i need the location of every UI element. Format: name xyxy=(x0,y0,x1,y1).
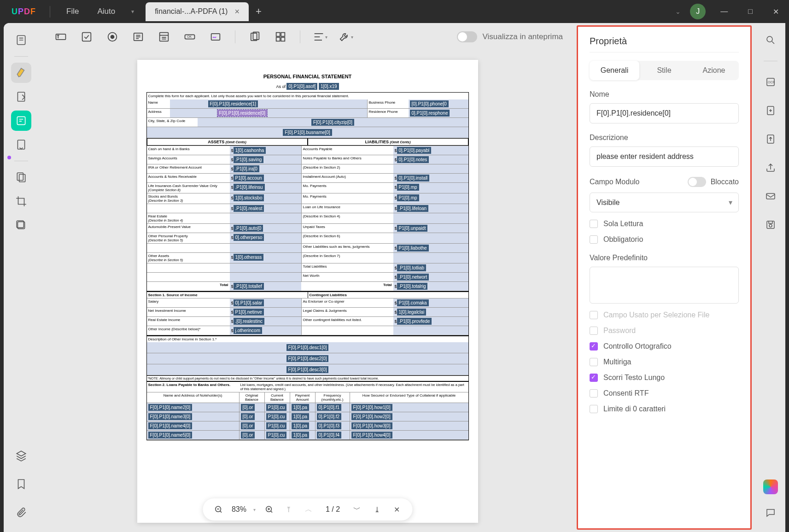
next-page-button[interactable]: ﹀ xyxy=(351,503,363,516)
align-icon[interactable]: ▾ xyxy=(311,28,328,46)
zoom-level[interactable]: 83% xyxy=(232,505,246,514)
avatar[interactable]: J xyxy=(690,4,706,19)
tab-dropdown[interactable]: ▾ xyxy=(124,5,141,18)
close-button[interactable]: ✕ xyxy=(767,7,784,16)
name-label: Nome xyxy=(590,90,739,99)
prev-page-button[interactable]: ︿ xyxy=(302,503,315,516)
tab-action[interactable]: Azione xyxy=(689,61,739,80)
selected-field[interactable]: F[0].P1[0].residence[0] xyxy=(217,110,268,117)
svg-rect-20 xyxy=(281,33,285,36)
document-area[interactable]: PERSONAL FINANCIAL STATEMENT As of 0].P1… xyxy=(38,51,577,532)
zoom-in-button[interactable] xyxy=(263,503,275,516)
rtf-checkbox[interactable] xyxy=(590,389,598,398)
scroll-checkbox[interactable] xyxy=(590,374,598,382)
organize-tool-icon[interactable] xyxy=(11,134,31,155)
svg-text:OK: OK xyxy=(187,35,192,38)
svg-rect-16 xyxy=(211,34,220,40)
menu-file[interactable]: File xyxy=(57,7,88,16)
crop-tool-icon[interactable] xyxy=(11,191,31,211)
locked-toggle[interactable] xyxy=(688,177,706,187)
ai-icon[interactable] xyxy=(763,479,778,494)
zoom-out-button[interactable] xyxy=(212,503,225,516)
spellcheck-checkbox[interactable] xyxy=(590,342,598,351)
titlebar: UPDF File Aiuto ▾ financial-...A-PDFA (1… xyxy=(0,0,789,23)
svg-rect-13 xyxy=(160,33,169,41)
svg-rect-19 xyxy=(276,33,280,36)
readonly-checkbox[interactable] xyxy=(590,220,598,228)
tab-general[interactable]: Generali xyxy=(590,61,639,80)
comment-tool-icon[interactable] xyxy=(11,63,31,83)
svg-rect-30 xyxy=(766,193,775,199)
pdf-page: PERSONAL FINANCIAL STATEMENT As of 0].P1… xyxy=(137,60,478,523)
dropdown-field-icon[interactable] xyxy=(129,28,147,46)
last-page-button[interactable]: ⤓ xyxy=(370,503,383,516)
edit-tool-icon[interactable] xyxy=(11,87,31,107)
left-rail xyxy=(4,23,38,532)
form-tool-icon[interactable] xyxy=(11,111,31,131)
svg-rect-2 xyxy=(17,117,25,124)
tools-icon[interactable]: ▾ xyxy=(337,28,354,46)
svg-rect-22 xyxy=(281,37,285,41)
close-nav-button[interactable]: ✕ xyxy=(390,503,403,516)
checkbox-field-icon[interactable] xyxy=(78,28,95,46)
default-label: Valore Predefinito xyxy=(590,254,739,262)
ocr-icon[interactable]: OCR xyxy=(760,72,781,92)
document-tab[interactable]: financial-...A-PDFA (1) × xyxy=(146,2,249,21)
svg-rect-21 xyxy=(276,37,280,41)
formfield-label: Campo Modulo xyxy=(590,178,640,186)
svg-point-32 xyxy=(769,224,772,227)
bookmark-icon[interactable] xyxy=(11,474,31,494)
reader-tool-icon[interactable] xyxy=(11,30,31,50)
compress-icon[interactable] xyxy=(760,129,781,149)
right-rail: OCR xyxy=(755,23,785,532)
button-field-icon[interactable]: OK xyxy=(181,28,199,46)
minimize-button[interactable]: — xyxy=(715,7,733,16)
required-checkbox[interactable] xyxy=(590,235,598,244)
layers-icon[interactable] xyxy=(11,445,31,466)
attachment-icon[interactable] xyxy=(11,503,31,523)
svg-rect-1 xyxy=(18,92,24,101)
add-tab-button[interactable]: + xyxy=(256,6,262,18)
convert-icon[interactable] xyxy=(760,100,781,121)
chat-icon[interactable] xyxy=(760,503,781,523)
text-field-icon[interactable] xyxy=(52,28,70,46)
zoom-dropdown-icon[interactable]: ▾ xyxy=(253,507,256,512)
listbox-field-icon[interactable] xyxy=(155,28,173,46)
save-icon[interactable] xyxy=(760,215,781,235)
active-tool-indicator xyxy=(7,156,11,159)
close-icon[interactable]: × xyxy=(234,7,240,17)
charlimit-checkbox[interactable] xyxy=(590,405,598,413)
first-page-button[interactable]: ⤒ xyxy=(282,503,295,516)
share-icon[interactable] xyxy=(760,158,781,178)
visibility-select[interactable]: Visibile xyxy=(590,193,739,212)
svg-rect-9 xyxy=(82,33,91,41)
grid-icon[interactable] xyxy=(272,28,289,46)
center-pane: OK ▾ ▾ Visualizza in anteprima PERSONAL … xyxy=(38,23,577,532)
locked-label: Bloccato xyxy=(711,178,739,186)
preview-toggle[interactable] xyxy=(457,31,477,42)
chevron-down-icon[interactable]: ⌄ xyxy=(675,8,681,15)
radio-field-icon[interactable] xyxy=(104,28,121,46)
properties-panel: Proprietà Generali Stile Azione Nome Des… xyxy=(577,25,752,530)
maximize-button[interactable]: □ xyxy=(742,7,758,16)
pages-tool-icon[interactable] xyxy=(11,167,31,187)
preview-label: Visualizza in anteprima xyxy=(483,32,563,41)
email-icon[interactable] xyxy=(760,186,781,206)
svg-text:OCR: OCR xyxy=(768,81,775,84)
default-textarea[interactable] xyxy=(590,267,739,304)
duplicate-icon[interactable] xyxy=(246,28,263,46)
multiline-checkbox[interactable] xyxy=(590,358,598,366)
desc-label: Descrizione xyxy=(590,134,739,142)
search-icon[interactable] xyxy=(760,30,781,50)
watermark-tool-icon[interactable] xyxy=(11,215,31,235)
signature-field-icon[interactable] xyxy=(207,28,224,46)
doc-title: PERSONAL FINANCIAL STATEMENT xyxy=(146,74,469,79)
desc-input[interactable] xyxy=(590,146,739,167)
menu-help[interactable]: Aiuto xyxy=(88,7,124,16)
form-toolbar: OK ▾ ▾ Visualizza in anteprima xyxy=(38,23,577,51)
tab-label: financial-...A-PDFA (1) xyxy=(155,7,228,16)
page-navigator: 83% ▾ ⤒ ︿ 1 / 2 ﹀ ⤓ ✕ xyxy=(203,498,412,520)
tab-style[interactable]: Stile xyxy=(639,61,689,80)
name-input[interactable] xyxy=(590,103,739,123)
app-logo: UPDF xyxy=(5,7,43,17)
